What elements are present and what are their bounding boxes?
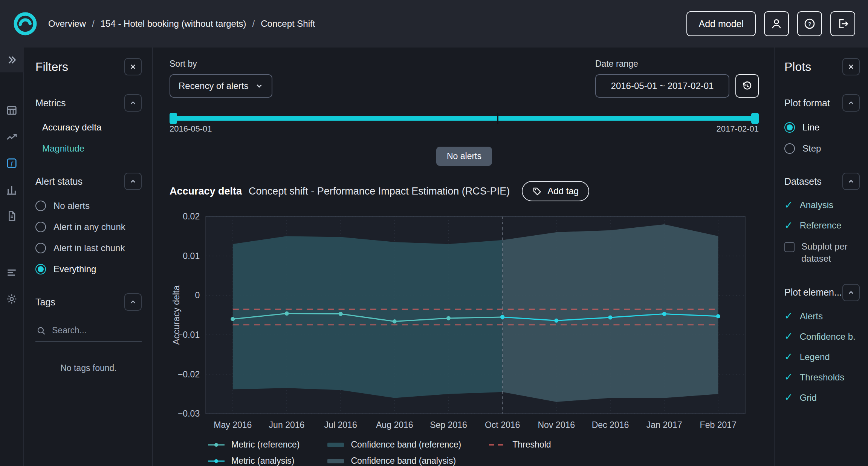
collapse-plot-format-button[interactable] bbox=[842, 94, 860, 112]
add-model-button[interactable]: Add model bbox=[686, 11, 756, 36]
svg-text:Nov 2016: Nov 2016 bbox=[538, 420, 575, 430]
collapse-plot-elements-button[interactable] bbox=[842, 284, 860, 301]
legend-label: Metric (analysis) bbox=[231, 456, 294, 466]
close-icon bbox=[847, 63, 855, 71]
check-icon bbox=[784, 352, 793, 362]
plot-element-option-thresholds[interactable]: Thresholds bbox=[784, 372, 860, 383]
legend-label: Confidence band (analysis) bbox=[351, 456, 456, 466]
rail-item-settings[interactable] bbox=[0, 286, 24, 312]
collapse-datasets-button[interactable] bbox=[842, 173, 860, 190]
table-icon bbox=[6, 104, 18, 116]
chevron-down-icon bbox=[255, 82, 263, 90]
rail-item-logs[interactable] bbox=[0, 259, 24, 286]
tags-section-title: Tags bbox=[35, 297, 55, 308]
tags-empty-text: No tags found. bbox=[35, 363, 142, 373]
radio-icon bbox=[784, 122, 795, 133]
check-icon bbox=[784, 221, 793, 231]
collapse-alert-status-button[interactable] bbox=[124, 173, 142, 190]
plots-title: Plots bbox=[784, 60, 811, 74]
legend-band-swatch bbox=[327, 458, 345, 464]
date-range-slider[interactable] bbox=[170, 113, 759, 119]
add-tag-button[interactable]: Add tag bbox=[522, 181, 589, 201]
document-icon bbox=[6, 210, 18, 222]
user-button[interactable] bbox=[764, 11, 789, 36]
metric-chart[interactable]: 0.020.010−0.01−0.02−0.03May 2016Jun 2016… bbox=[170, 211, 759, 438]
plots-panel: Plots Plot format Line Step bbox=[774, 48, 868, 466]
legend-item[interactable]: Confidence band (reference) bbox=[327, 440, 461, 450]
rail-item-reports[interactable] bbox=[0, 203, 24, 229]
legend-item[interactable]: Confidence band (analysis) bbox=[327, 456, 461, 466]
check-icon bbox=[784, 331, 793, 342]
svg-text:Feb 2017: Feb 2017 bbox=[700, 420, 737, 430]
radio-icon bbox=[35, 264, 46, 274]
collapse-tags-button[interactable] bbox=[124, 293, 142, 311]
plot-format-option-step[interactable]: Step bbox=[784, 143, 860, 154]
dataset-option-analysis[interactable]: Analysis bbox=[784, 200, 860, 210]
search-icon bbox=[36, 326, 46, 336]
plot-element-option-alerts[interactable]: Alerts bbox=[784, 311, 860, 322]
logout-button[interactable] bbox=[830, 11, 855, 36]
plot-element-option-grid[interactable]: Grid bbox=[784, 392, 860, 403]
legend-item[interactable]: Threshold bbox=[488, 440, 551, 450]
reset-date-range-button[interactable] bbox=[735, 74, 759, 98]
function-icon: f bbox=[6, 157, 18, 169]
chevron-up-icon bbox=[129, 178, 137, 185]
help-button[interactable]: ? bbox=[797, 11, 822, 36]
breadcrumb-model[interactable]: 154 - Hotel booking (without targets) bbox=[101, 18, 246, 29]
legend-label: Confidence band (reference) bbox=[351, 440, 461, 450]
alert-status-option-last-chunk[interactable]: Alert in last chunk bbox=[35, 243, 142, 253]
svg-text:Jan 2017: Jan 2017 bbox=[646, 420, 682, 430]
rail-item-tables[interactable] bbox=[0, 97, 24, 124]
svg-text:0.01: 0.01 bbox=[183, 251, 200, 261]
plot-format-option-line[interactable]: Line bbox=[784, 122, 860, 133]
datasets-section-title: Datasets bbox=[784, 176, 822, 187]
legend-item[interactable]: Metric (analysis) bbox=[207, 456, 300, 466]
close-filters-button[interactable] bbox=[124, 58, 142, 75]
alert-status-option-any-chunk[interactable]: Alert in any chunk bbox=[35, 222, 142, 232]
rail-item-performance[interactable] bbox=[0, 124, 24, 150]
chevrons-right-icon bbox=[6, 54, 17, 66]
metric-item-accuracy-delta[interactable]: Accuracy delta bbox=[42, 122, 142, 133]
sort-by-select[interactable]: Recency of alerts bbox=[170, 74, 272, 98]
svg-text:Jul 2016: Jul 2016 bbox=[324, 420, 357, 430]
chevron-up-icon bbox=[847, 289, 855, 296]
tag-icon bbox=[532, 186, 542, 196]
check-icon bbox=[784, 311, 793, 321]
app-logo[interactable] bbox=[13, 11, 38, 36]
plot-element-option-confidence-bands[interactable]: Confidence b. bbox=[784, 331, 860, 342]
expand-sidebar-button[interactable] bbox=[0, 48, 24, 72]
check-icon bbox=[784, 372, 793, 382]
svg-text:Oct 2016: Oct 2016 bbox=[485, 420, 520, 430]
slider-start-label: 2016-05-01 bbox=[170, 124, 212, 134]
alert-status-option-everything[interactable]: Everything bbox=[35, 264, 142, 274]
plot-format-section-title: Plot format bbox=[784, 98, 830, 109]
legend-label: Metric (reference) bbox=[231, 440, 300, 450]
history-icon bbox=[741, 80, 753, 92]
chevron-up-icon bbox=[129, 298, 137, 306]
slider-track[interactable] bbox=[170, 116, 759, 121]
collapse-metrics-button[interactable] bbox=[124, 94, 142, 112]
close-plots-button[interactable] bbox=[842, 58, 860, 75]
rail-item-concept-shift[interactable]: f bbox=[0, 150, 24, 176]
list-icon bbox=[6, 267, 18, 279]
bar-chart-icon bbox=[6, 184, 18, 196]
checkbox-empty-icon bbox=[784, 242, 795, 252]
tags-search-input[interactable] bbox=[51, 325, 141, 336]
svg-text:0.02: 0.02 bbox=[183, 212, 200, 222]
breadcrumb-overview[interactable]: Overview bbox=[48, 18, 86, 29]
chart-canvas[interactable]: 0.020.010−0.01−0.02−0.03May 2016Jun 2016… bbox=[170, 211, 759, 438]
slider-handle-start[interactable] bbox=[170, 113, 177, 124]
metric-item-magnitude[interactable]: Magnitude bbox=[42, 143, 142, 154]
legend-item[interactable]: Metric (reference) bbox=[207, 440, 300, 450]
dataset-option-reference[interactable]: Reference bbox=[784, 220, 860, 231]
plot-element-option-legend[interactable]: Legend bbox=[784, 352, 860, 362]
slider-handle-end[interactable] bbox=[751, 113, 759, 124]
rail-item-distributions[interactable] bbox=[0, 176, 24, 203]
app-root: Overview / 154 - Hotel booking (without … bbox=[0, 0, 868, 466]
svg-text:Sep 2016: Sep 2016 bbox=[430, 420, 467, 430]
date-range-input[interactable]: 2016-05-01 ~ 2017-02-01 bbox=[595, 74, 729, 98]
alert-status-option-no-alerts[interactable]: No alerts bbox=[35, 201, 142, 211]
dataset-option-subplot-per-dataset[interactable]: Subplot per dataset bbox=[784, 241, 860, 265]
svg-text:Accuracy delta: Accuracy delta bbox=[171, 285, 181, 345]
plot-metric-description: Concept shift - Performance Impact Estim… bbox=[249, 185, 510, 197]
